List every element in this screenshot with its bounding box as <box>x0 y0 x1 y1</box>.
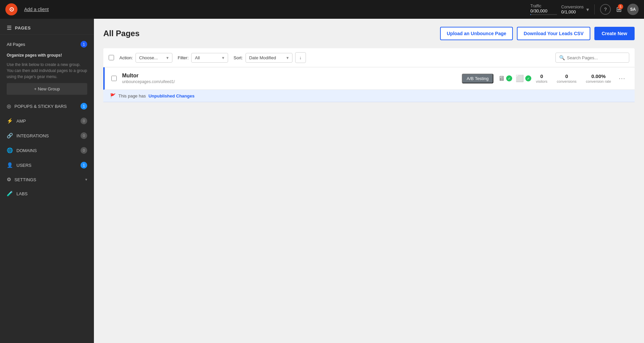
organize-hint-text: Use the link below to create a new group… <box>7 62 87 80</box>
sidebar-nav-item-labs[interactable]: 🧪LABS <box>0 187 94 201</box>
all-pages-count: 1 <box>80 41 87 48</box>
avatar-button[interactable]: SA <box>627 4 639 15</box>
sort-direction-button[interactable]: ↓ <box>295 52 306 63</box>
header-actions: Upload an Unbounce Page Download Your Le… <box>440 27 635 40</box>
action-value: Choose... <box>139 55 158 60</box>
pages-icon: ☰ <box>7 25 12 31</box>
sort-value: Date Modified <box>249 55 276 60</box>
ab-testing-button[interactable]: A/B Testing <box>462 74 493 83</box>
sort-toolbar-item: Sort: Date Modified ▾ ↓ <box>233 52 306 63</box>
sidebar-nav-item-left: ⚙SETTINGS <box>7 177 36 183</box>
desktop-status-dot: ✓ <box>506 75 512 81</box>
top-nav: ⊙ Add a client Traffic 0/30,000 Conversi… <box>0 0 644 19</box>
page-row-main: Multor unbouncepages.com/uifeed1/ A/B Te… <box>122 73 628 84</box>
conversion-rate-stat: 0.00% conversion rate <box>586 73 611 83</box>
sidebar-item-icon: 🌐 <box>7 147 13 153</box>
sidebar-item-icon: ◎ <box>7 103 11 109</box>
sidebar-item-icon: 🔗 <box>7 133 13 139</box>
all-pages-label: All Pages <box>7 42 25 47</box>
sort-label: Sort: <box>233 55 243 60</box>
help-button[interactable]: ? <box>600 4 611 15</box>
conversions-block: Conversions 0/1,000 ▾ <box>561 5 589 14</box>
sidebar-item-label: LABS <box>16 191 28 196</box>
sort-dropdown[interactable]: Date Modified ▾ <box>246 53 292 63</box>
sidebar-nav-list: ◎POPUPS & STICKY BARS1⚡AMP0🔗INTEGRATIONS… <box>0 99 94 201</box>
sidebar-item-all-pages[interactable]: All Pages 1 <box>7 39 87 50</box>
logo[interactable]: ⊙ <box>5 3 17 15</box>
traffic-conversions: Traffic 0/30,000 Conversions 0/1,000 ▾ <box>530 4 589 15</box>
sidebar-nav-item-integrations[interactable]: 🔗INTEGRATIONS0 <box>0 128 94 143</box>
sidebar-item-arrow: ▾ <box>85 177 87 182</box>
sidebar-nav-item-settings[interactable]: ⚙SETTINGS▾ <box>0 173 94 187</box>
sidebar-nav-item-amp[interactable]: ⚡AMP0 <box>0 114 94 128</box>
sidebar-item-icon: 👤 <box>7 162 13 168</box>
visitors-label: visitors <box>536 79 547 83</box>
pages-section-label: PAGES <box>15 25 31 30</box>
conversions-value: 0 <box>557 73 577 79</box>
sidebar-item-label: POPUPS & STICKY BARS <box>14 104 67 109</box>
organize-hint-title: Organize pages with groups! <box>7 52 87 58</box>
action-label: Action: <box>119 55 133 60</box>
apps-badge: 5 <box>618 4 623 9</box>
search-icon: 🔍 <box>559 55 565 60</box>
upload-page-button[interactable]: Upload an Unbounce Page <box>440 27 513 40</box>
sidebar-item-count: 1 <box>80 162 87 168</box>
sort-dropdown-arrow: ▾ <box>286 55 289 60</box>
add-client-link[interactable]: Add a client <box>24 7 530 12</box>
sidebar-nav-item-users[interactable]: 👤USERS1 <box>0 158 94 173</box>
select-all-checkbox[interactable] <box>109 55 114 60</box>
create-new-button[interactable]: Create New <box>594 27 635 40</box>
traffic-metric: Traffic 0/30,000 <box>530 4 557 15</box>
search-box: 🔍 <box>555 53 629 63</box>
page-info: Multor unbouncepages.com/uifeed1/ <box>122 73 457 84</box>
row-checkbox[interactable] <box>111 76 117 81</box>
sidebar-nav-item-popups---sticky-bars[interactable]: ◎POPUPS & STICKY BARS1 <box>0 99 94 114</box>
sidebar-item-count: 1 <box>80 103 87 110</box>
filter-value: All <box>195 55 200 60</box>
action-dropdown[interactable]: Choose... ▾ <box>136 53 172 63</box>
desktop-status: 🖥 ✓ <box>498 75 512 82</box>
action-toolbar-item: Action: Choose... ▾ <box>119 53 172 63</box>
action-dropdown-arrow: ▾ <box>166 55 169 60</box>
main-layout: ☰ PAGES All Pages 1 Organize pages with … <box>0 19 644 343</box>
all-pages-section: All Pages 1 Organize pages with groups! … <box>0 35 94 99</box>
flag-icon: 🚩 <box>110 93 116 98</box>
select-all-wrapper <box>109 55 114 60</box>
unpublished-link[interactable]: Unpublished Changes <box>149 93 195 98</box>
conversions-metric: Conversions 0/1,000 <box>561 5 584 14</box>
conversions-dropdown-arrow[interactable]: ▾ <box>586 6 589 13</box>
sidebar-item-icon: 🧪 <box>7 191 13 197</box>
desktop-icon: 🖥 <box>498 75 505 82</box>
sidebar-nav-item-domains[interactable]: 🌐DOMAINS0 <box>0 143 94 158</box>
traffic-bar <box>530 14 557 15</box>
conversions-stat: 0 conversions <box>557 73 577 83</box>
sidebar-nav-item-left: 🌐DOMAINS <box>7 147 37 153</box>
unpublished-changes-banner: 🚩 This page has Unpublished Changes <box>103 90 635 102</box>
traffic-label: Traffic <box>530 4 541 8</box>
sidebar-item-label: DOMAINS <box>16 148 37 153</box>
apps-button[interactable]: ⊞ 5 <box>616 5 622 13</box>
sidebar: ☰ PAGES All Pages 1 Organize pages with … <box>0 19 94 343</box>
page-url[interactable]: unbouncepages.com/uifeed1/ <box>122 79 457 84</box>
filter-dropdown[interactable]: All ▾ <box>191 53 228 63</box>
new-group-button[interactable]: + New Group <box>7 83 87 95</box>
sidebar-nav-item-left: 👤USERS <box>7 162 32 168</box>
traffic-value: 0/30,000 <box>530 8 547 13</box>
page-title: All Pages <box>103 29 140 38</box>
more-options-button[interactable]: ⋯ <box>616 73 628 84</box>
download-leads-button[interactable]: Download Your Leads CSV <box>517 27 590 40</box>
sidebar-nav-item-left: ⚡AMP <box>7 118 26 124</box>
sidebar-item-count: 0 <box>80 132 87 139</box>
pages-section-header: ☰ PAGES <box>0 19 94 35</box>
sidebar-item-count: 0 <box>80 147 87 154</box>
nav-divider <box>594 4 595 14</box>
visitors-stat: 0 visitors <box>536 73 547 83</box>
conversion-rate-value: 0.00% <box>586 73 611 79</box>
search-input[interactable] <box>567 55 626 60</box>
page-name[interactable]: Multor <box>122 73 457 79</box>
table-row: Multor unbouncepages.com/uifeed1/ A/B Te… <box>103 67 635 90</box>
tablet-status: ⬜ ✓ <box>516 74 531 82</box>
conversions-label: Conversions <box>561 5 584 9</box>
page-stats: 0 visitors 0 conversions 0.00% conversio… <box>536 73 611 83</box>
sidebar-item-icon: ⚙ <box>7 177 11 183</box>
